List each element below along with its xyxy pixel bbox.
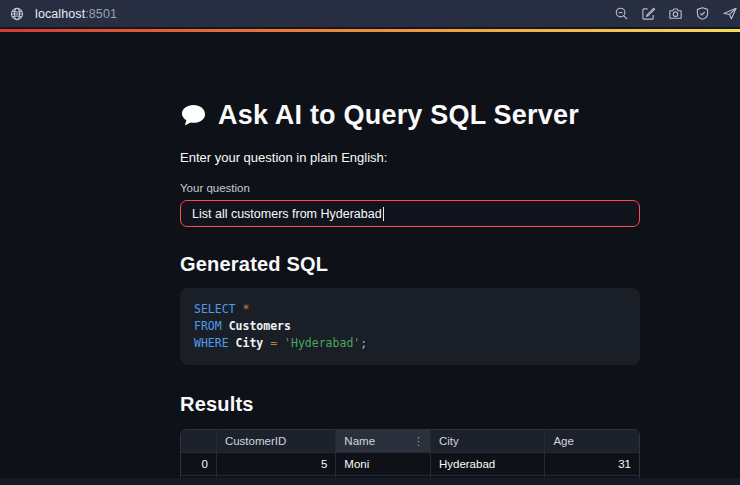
code-token: FROM — [194, 319, 222, 333]
browser-toolbar: localhost:8501 — [0, 0, 740, 27]
globe-icon — [10, 7, 24, 21]
column-header-Age[interactable]: Age — [545, 430, 639, 453]
code-token: SELECT — [194, 302, 236, 316]
sql-code-block: SELECT *FROM CustomersWHERE City = 'Hyde… — [180, 288, 640, 365]
code-token: 'Hyderabad' — [284, 336, 360, 350]
code-token — [222, 319, 229, 333]
code-token: Customers — [229, 319, 291, 333]
column-header-Name[interactable]: Name⋮ — [336, 430, 431, 453]
column-header-City[interactable]: City — [431, 430, 545, 453]
camera-icon[interactable] — [668, 6, 683, 21]
question-input-value: List all customers from Hyderabad — [192, 207, 382, 221]
app-content: Ask AI to Query SQL Server Enter your qu… — [180, 32, 640, 485]
window-bottom-edge — [0, 478, 740, 485]
search-icon[interactable] — [614, 6, 629, 21]
column-header-CustomerID[interactable]: CustomerID — [217, 430, 336, 453]
results-dataframe: CustomerIDName⋮CityAge05MoniHyderabad311… — [180, 429, 640, 485]
code-line: FROM Customers — [194, 318, 626, 335]
table-row: 05MoniHyderabad31 — [181, 453, 639, 476]
url-host: localhost — [35, 7, 85, 21]
table-cell[interactable]: 31 — [545, 453, 639, 476]
prompt-text: Enter your question in plain English: — [180, 150, 640, 165]
speech-balloon-icon — [180, 103, 207, 128]
page-title-text: Ask AI to Query SQL Server — [218, 100, 579, 131]
url-port: :8501 — [85, 7, 117, 21]
question-input[interactable]: List all customers from Hyderabad — [180, 200, 640, 227]
edit-icon[interactable] — [641, 6, 656, 21]
table-cell[interactable]: Moni — [336, 453, 431, 476]
column-menu-icon[interactable]: ⋮ — [413, 436, 424, 447]
shield-check-icon[interactable] — [695, 6, 710, 21]
code-token — [229, 336, 236, 350]
code-token: WHERE — [194, 336, 229, 350]
question-input-label: Your question — [180, 182, 640, 194]
text-caret — [383, 207, 384, 221]
code-line: WHERE City = 'Hyderabad'; — [194, 335, 626, 352]
table-cell[interactable]: 5 — [217, 453, 336, 476]
send-icon[interactable] — [722, 6, 738, 21]
generated-sql-heading: Generated SQL — [180, 253, 640, 276]
page-title: Ask AI to Query SQL Server — [180, 100, 640, 131]
column-header-index[interactable] — [181, 430, 217, 453]
results-heading: Results — [180, 393, 640, 416]
table-cell[interactable]: Hyderabad — [431, 453, 545, 476]
code-token: ; — [360, 336, 367, 350]
code-line: SELECT * — [194, 301, 626, 318]
table-header-row: CustomerIDName⋮CityAge — [181, 430, 639, 453]
table-cell[interactable]: 0 — [181, 453, 217, 476]
code-token: City — [236, 336, 264, 350]
code-token: * — [242, 302, 249, 316]
address-bar[interactable]: localhost:8501 — [35, 7, 117, 21]
